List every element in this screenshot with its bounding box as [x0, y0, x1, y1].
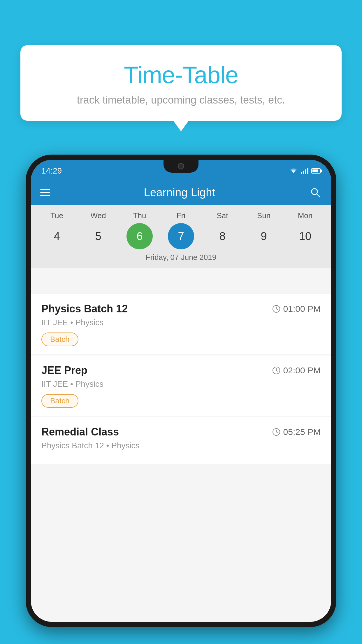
svg-line-10 [276, 432, 278, 433]
day-header-wed: Wed [85, 211, 111, 220]
battery-icon [311, 168, 321, 174]
svg-line-1 [317, 194, 320, 197]
tooltip-subtitle: track timetable, upcoming classes, tests… [38, 94, 324, 106]
search-button[interactable] [309, 186, 322, 199]
schedule-item-sub: IIT JEE • Physics [41, 318, 321, 327]
tooltip-card: Time-Table track timetable, upcoming cla… [20, 45, 342, 121]
day-header-mon: Mon [292, 211, 318, 220]
day-num-8[interactable]: 8 [209, 223, 236, 249]
app-bar: Learning Light [31, 180, 331, 205]
day-header-fri: Fri [168, 211, 194, 220]
status-time: 14:29 [41, 164, 62, 176]
day-num-9[interactable]: 9 [251, 223, 277, 249]
schedule-item-2[interactable]: Remedial Class 05:25 PM Physics Batch 12… [31, 417, 331, 464]
selected-date-label: Friday, 07 June 2019 [31, 253, 331, 263]
day-headers: TueWedThuFriSatSunMon [31, 211, 331, 220]
schedule-list: Physics Batch 12 01:00 PM IIT JEE • Phys… [31, 294, 331, 622]
schedule-item-1[interactable]: JEE Prep 02:00 PM IIT JEE • Physics Batc… [31, 356, 331, 416]
clock-icon [272, 428, 280, 436]
svg-line-4 [276, 309, 278, 310]
front-camera [178, 163, 184, 169]
clock-icon [272, 305, 280, 313]
search-icon [310, 187, 321, 198]
schedule-item-title: Physics Batch 12 [41, 303, 128, 315]
app-title: Learning Light [50, 186, 309, 199]
schedule-item-header: Remedial Class 05:25 PM [41, 426, 321, 438]
schedule-item-sub: IIT JEE • Physics [41, 379, 321, 389]
day-num-4[interactable]: 4 [44, 223, 70, 249]
schedule-item-0[interactable]: Physics Batch 12 01:00 PM IIT JEE • Phys… [31, 294, 331, 354]
hamburger-menu-button[interactable] [40, 189, 50, 196]
day-header-sun: Sun [251, 211, 277, 220]
day-num-5[interactable]: 5 [85, 223, 111, 249]
clock-icon [272, 366, 280, 374]
phone-screen: 14:29 [31, 160, 331, 622]
signal-icon [301, 168, 308, 174]
schedule-item-time: 05:25 PM [272, 427, 321, 437]
svg-line-7 [276, 370, 278, 371]
wifi-icon [289, 168, 298, 174]
day-num-7[interactable]: 7 [168, 223, 194, 249]
notch [164, 160, 198, 173]
phone-mockup: 14:29 [26, 155, 336, 627]
tooltip-title: Time-Table [38, 61, 324, 89]
day-header-sat: Sat [209, 211, 236, 220]
schedule-item-title: Remedial Class [41, 426, 119, 438]
day-header-tue: Tue [44, 211, 70, 220]
day-header-thu: Thu [126, 211, 153, 220]
schedule-item-sub: Physics Batch 12 • Physics [41, 441, 321, 450]
day-numbers[interactable]: 45678910 [31, 223, 331, 249]
schedule-item-time: 01:00 PM [272, 304, 321, 314]
batch-badge: Batch [41, 332, 78, 346]
calendar-strip: TueWedThuFriSatSunMon 45678910 Friday, 0… [31, 205, 331, 268]
schedule-item-header: JEE Prep 02:00 PM [41, 364, 321, 377]
batch-badge: Batch [41, 394, 78, 408]
schedule-item-header: Physics Batch 12 01:00 PM [41, 303, 321, 315]
day-num-6[interactable]: 6 [126, 223, 153, 249]
status-icons [289, 165, 321, 174]
day-num-10[interactable]: 10 [292, 223, 318, 249]
schedule-item-title: JEE Prep [41, 364, 87, 377]
schedule-item-time: 02:00 PM [272, 365, 321, 375]
